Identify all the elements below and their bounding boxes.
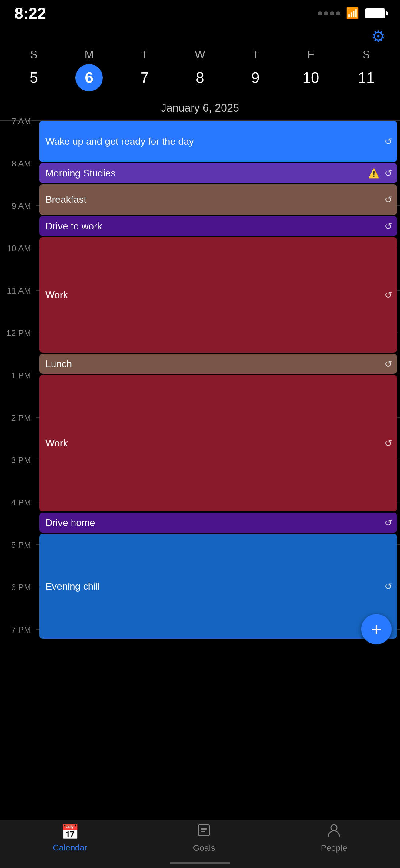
svg-rect-2 xyxy=(201,831,205,832)
repeat-icon-work-afternoon: ↺ xyxy=(384,438,392,448)
event-lunch[interactable]: Lunch↺ xyxy=(39,354,397,374)
repeat-icon-work-morning: ↺ xyxy=(384,290,392,300)
repeat-icon-lunch: ↺ xyxy=(384,359,392,369)
nav-label-goals: Goals xyxy=(193,843,215,853)
event-title-work-afternoon: Work xyxy=(46,438,68,449)
date-10[interactable]: 10 xyxy=(283,64,339,91)
day-label-sun: S xyxy=(6,49,61,61)
event-drive-home[interactable]: Drive home↺ xyxy=(39,513,397,533)
event-drive-to-work[interactable]: Drive to work↺ xyxy=(39,216,397,236)
svg-point-3 xyxy=(331,825,337,831)
day-label-mon: M xyxy=(61,49,117,61)
repeat-icon-morning-studies: ↺ xyxy=(384,168,392,179)
repeat-icon-drive-to-work: ↺ xyxy=(384,221,392,231)
nav-label-calendar: Calendar xyxy=(53,843,87,852)
repeat-icon-evening-chill: ↺ xyxy=(384,581,392,592)
event-work-afternoon[interactable]: Work↺ xyxy=(39,375,397,512)
status-time: 8:22 xyxy=(15,4,46,22)
date-11[interactable]: 11 xyxy=(339,64,394,91)
repeat-icon-drive-home: ↺ xyxy=(384,518,392,528)
nav-item-calendar[interactable]: 📅 Calendar xyxy=(53,824,87,852)
event-title-work-morning: Work xyxy=(46,289,68,301)
week-header: S M T W T F S xyxy=(0,49,400,61)
event-title-lunch: Lunch xyxy=(46,358,72,370)
battery-icon xyxy=(365,8,385,18)
event-title-breakfast: Breakfast xyxy=(46,194,86,205)
svg-rect-0 xyxy=(199,825,209,836)
event-breakfast[interactable]: Breakfast↺ xyxy=(39,184,397,215)
svg-rect-1 xyxy=(201,828,207,830)
day-label-sat: S xyxy=(339,49,394,61)
event-work-morning[interactable]: Work↺ xyxy=(39,237,397,352)
calendar-icon: 📅 xyxy=(61,824,79,840)
date-row: 5 6 7 8 9 10 11 xyxy=(0,64,400,91)
date-8[interactable]: 8 xyxy=(172,64,228,91)
fab-button[interactable]: + xyxy=(361,614,392,644)
goals-icon xyxy=(197,823,211,841)
date-7[interactable]: 7 xyxy=(117,64,172,91)
settings-row: ⚙ xyxy=(0,24,400,49)
people-icon xyxy=(327,823,341,841)
nav-item-people[interactable]: People xyxy=(321,823,347,853)
event-title-drive-to-work: Drive to work xyxy=(46,221,102,232)
day-label-fri: F xyxy=(283,49,339,61)
events-overlay: Wake up and get ready for the day↺Mornin… xyxy=(0,121,400,672)
date-6[interactable]: 6 xyxy=(76,64,103,91)
gear-icon[interactable]: ⚙ xyxy=(371,27,385,45)
day-label-thu: T xyxy=(228,49,283,61)
bottom-nav: 📅 Calendar Goals People xyxy=(0,819,400,868)
status-bar: 8:22 📶 xyxy=(0,0,400,24)
event-title-wake-up: Wake up and get ready for the day xyxy=(46,136,194,147)
event-wake-up[interactable]: Wake up and get ready for the day↺ xyxy=(39,121,397,162)
day-label-wed: W xyxy=(172,49,228,61)
event-evening-chill[interactable]: Evening chill↺ xyxy=(39,534,397,639)
event-title-drive-home: Drive home xyxy=(46,517,95,528)
repeat-icon-wake-up: ↺ xyxy=(384,136,392,147)
nav-item-goals[interactable]: Goals xyxy=(193,823,215,853)
event-title-morning-studies: Morning Studies xyxy=(46,168,115,179)
repeat-icon-breakfast: ↺ xyxy=(384,194,392,205)
warning-icon-morning-studies: ⚠️ xyxy=(368,168,379,179)
status-icons: 📶 xyxy=(318,7,385,20)
nav-label-people: People xyxy=(321,843,347,853)
home-indicator xyxy=(170,862,230,864)
date-9[interactable]: 9 xyxy=(228,64,283,91)
selected-date-label: January 6, 2025 xyxy=(0,97,400,121)
day-label-tue: T xyxy=(117,49,172,61)
event-morning-studies[interactable]: Morning Studies⚠️↺ xyxy=(39,163,397,183)
date-5[interactable]: 5 xyxy=(6,64,61,91)
event-title-evening-chill: Evening chill xyxy=(46,581,100,592)
wifi-icon: 📶 xyxy=(346,7,360,20)
timeline-wrapper: 7 AM8 AM9 AM10 AM11 AM12 PM1 PM2 PM3 PM4… xyxy=(0,121,400,672)
signal-icon xyxy=(318,11,340,16)
